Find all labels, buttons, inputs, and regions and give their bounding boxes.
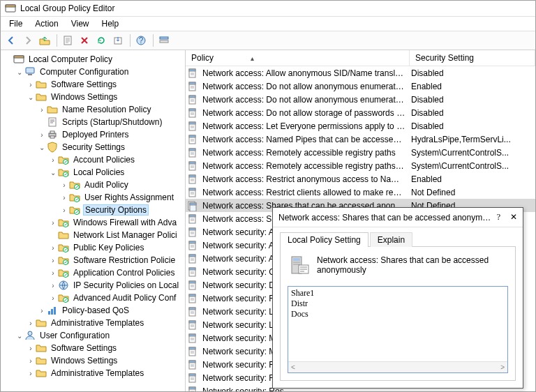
tree-item-label: Scripts (Startup/Shutdown) [61,117,163,127]
tree-item[interactable]: ›Windows Settings [1,354,185,367]
tree-item[interactable]: ›Software Settings [1,78,185,91]
policy-row[interactable]: Network access: Let Everyone permissions… [186,119,535,133]
properties-button[interactable] [60,33,75,48]
expand-toggle-icon[interactable]: › [48,257,58,264]
folder-s-icon [69,204,80,216]
policy-row[interactable]: Network access: Named Pipes that can be … [186,133,535,146]
expand-toggle-icon[interactable]: › [26,81,36,89]
tree-item-label: Local Policies [72,167,126,177]
tree-item[interactable]: ›Application Control Policies [1,266,185,279]
dialog-close-button[interactable]: ✕ [510,212,517,223]
forward-button[interactable] [20,33,36,48]
expand-toggle-icon[interactable]: ⌄ [48,169,58,176]
folder-icon [36,317,47,329]
tree-item[interactable]: ›Software Settings [1,342,185,354]
delete-button[interactable] [77,33,92,48]
tab-explain[interactable]: Explain [370,232,412,247]
menu-action[interactable]: Action [29,17,64,31]
tree-item[interactable]: ›Advanced Audit Policy Conf [1,292,185,304]
tree-item[interactable]: ›User Rights Assignment [1,191,185,204]
expand-toggle-icon[interactable]: › [48,294,58,302]
tree-item[interactable]: ›Name Resolution Policy [1,103,185,116]
tree-item-label: User Rights Assignment [83,193,175,202]
tree-item[interactable]: ›Windows Firewall with Adva [1,216,185,229]
expand-toggle-icon[interactable]: › [26,345,36,352]
dialog-titlebar[interactable]: Network access: Shares that can be acces… [273,208,523,227]
tree-item-label: Administrative Templates [50,368,145,378]
tree-item[interactable]: ›Account Policies [1,153,185,166]
back-button[interactable] [3,33,19,48]
shares-textarea[interactable] [288,287,507,361]
tree-item[interactable]: ›Public Key Policies [1,241,185,254]
expand-toggle-icon[interactable]: › [48,282,58,289]
expand-toggle-icon[interactable]: › [59,181,69,189]
menu-view[interactable]: View [66,17,95,31]
expand-toggle-icon[interactable]: ⌄ [15,68,24,76]
tree-item[interactable]: Scripts (Startup/Shutdown) [1,116,185,128]
tree-item-label: Local Computer Policy [27,54,114,64]
tree-item[interactable]: ›Policy-based QoS [1,304,185,317]
tree-item[interactable]: ⌄Computer Configuration [1,66,185,78]
tree-item[interactable]: Local Computer Policy [1,53,185,66]
filter-button[interactable] [156,33,172,48]
expand-toggle-icon[interactable]: ⌄ [26,93,36,101]
policy-setting: HydraLsPipe,TermServLi... [408,135,534,144]
policy-item-icon [187,121,198,132]
tree-item[interactable]: ⌄Security Settings [1,141,185,153]
expand-toggle-icon[interactable]: › [59,194,69,202]
tree-item[interactable]: ›Software Restriction Policie [1,254,185,266]
policy-row[interactable]: Network access: Remotely accessible regi… [186,146,535,159]
policy-row[interactable]: Network access: Restrict clients allowed… [186,186,535,199]
expand-toggle-icon[interactable]: › [48,219,58,227]
up-button[interactable] [37,33,52,48]
policy-row[interactable]: Network access: Do not allow storage of … [186,106,535,119]
horizontal-scrollbar[interactable]: <> [288,361,507,372]
expand-toggle-icon[interactable]: › [37,131,47,139]
column-security-setting[interactable]: Security Setting [410,50,535,66]
expand-toggle-icon[interactable]: › [26,370,36,377]
tree-item[interactable]: Network List Manager Polici [1,229,185,241]
menu-help[interactable]: Help [96,17,125,31]
help-button[interactable] [133,33,149,48]
computer-icon [24,66,36,77]
folder-s-icon [58,292,69,303]
policy-row[interactable]: Network access: Do not allow anonymous e… [186,80,535,93]
tree-item[interactable]: ›Administrative Templates [1,317,185,329]
tree-item[interactable]: ›IP Security Policies on Local [1,279,185,292]
expand-toggle-icon[interactable]: › [48,156,58,164]
policy-row[interactable]: Network access: Do not allow anonymous e… [186,93,535,106]
policy-row[interactable]: Network access: Restrict anonymous acces… [186,172,535,186]
expand-toggle-icon[interactable]: › [37,106,47,114]
expand-toggle-icon[interactable]: › [59,206,69,214]
tree-item[interactable]: ›Audit Policy [1,179,185,191]
tree-item[interactable]: ⌄Windows Settings [1,91,185,103]
menu-file[interactable]: File [3,17,28,31]
tree-item-label: Account Policies [72,155,136,165]
dialog-help-button[interactable]: ? [497,212,500,223]
column-policy[interactable]: Policy ▴ [186,50,410,66]
tab-local-policy-setting[interactable]: Local Policy Setting [280,232,368,247]
export-button[interactable] [110,33,126,48]
expand-toggle-icon[interactable]: › [26,357,36,365]
expand-toggle-icon[interactable]: › [48,244,58,252]
policy-item-icon [187,240,198,251]
policy-setting: Not Defined [408,188,534,197]
tree-item[interactable]: ⌄User Configuration [1,329,185,342]
expand-toggle-icon[interactable]: ⌄ [15,332,24,340]
expand-toggle-icon[interactable]: › [48,269,58,277]
tree-item[interactable]: ›Deployed Printers [1,128,185,141]
tree-item[interactable]: ›Security Options [1,204,185,216]
refresh-button[interactable] [94,33,109,48]
tree-item[interactable]: ›Administrative Templates [1,367,185,379]
policy-row[interactable]: Network access: Allow anonymous SID/Name… [186,66,535,80]
policy-item-icon [187,280,198,291]
expand-toggle-icon[interactable]: › [26,319,36,327]
expand-toggle-icon[interactable]: ⌄ [37,144,47,151]
toolbar [1,31,535,50]
expand-toggle-icon[interactable]: › [37,307,47,315]
policy-item-icon [187,253,198,264]
tree-item[interactable]: ⌄Local Policies [1,166,185,179]
script-icon [47,116,58,128]
policy-row[interactable]: Network access: Remotely accessible regi… [186,159,535,172]
tree-pane[interactable]: Local Computer Policy⌄Computer Configura… [1,50,186,391]
